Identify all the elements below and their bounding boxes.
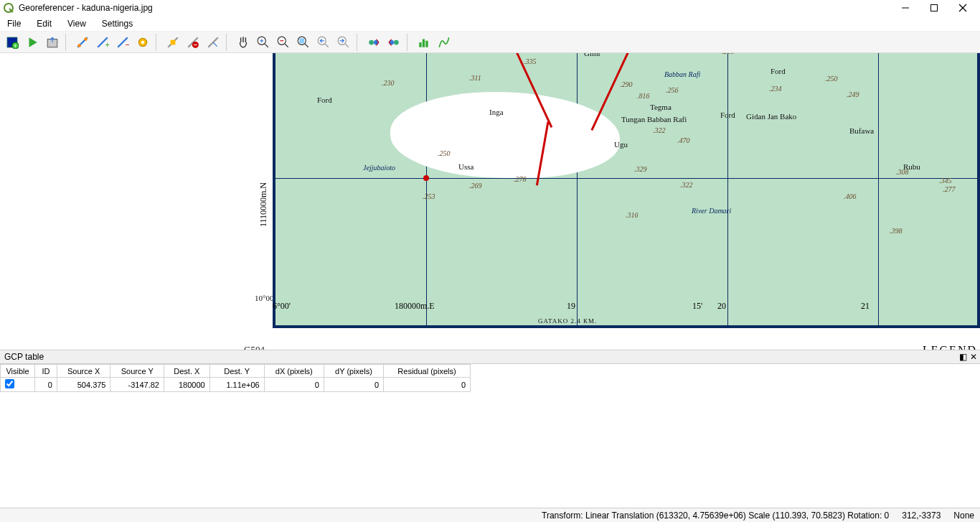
map-place-0: Ushama Duchi — [344, 53, 391, 54]
open-raster-icon[interactable]: + — [3, 33, 22, 52]
gcp-header-5[interactable]: Dest. Y — [209, 365, 264, 378]
map-num-16: .234 — [769, 85, 782, 93]
map-num-24: .277 — [943, 185, 956, 193]
map-place-2: Inga — [489, 108, 504, 116]
x-tick-4: 20 — [717, 301, 726, 312]
gcp-table-wrap: VisibleIDSource XSource YDest. XDest. Yd… — [0, 364, 980, 508]
map-place-9: Gidan Jan Bako — [746, 112, 796, 121]
legend-title: LEGEND — [705, 344, 977, 350]
map-num-17: .250 — [825, 75, 838, 83]
map-place-3: Ussa — [458, 162, 473, 171]
menu-view[interactable]: View — [65, 17, 89, 30]
gear-icon[interactable] — [133, 33, 152, 52]
close-panel-icon[interactable]: ✕ — [970, 352, 977, 362]
map-place-12: Ford — [771, 53, 786, 54]
map-place-13: Ford — [771, 67, 786, 75]
zoom-last-icon[interactable] — [314, 33, 333, 52]
qgis-icon — [3, 2, 14, 14]
map-place-10: Bufawa — [849, 126, 874, 135]
titlebar: Georeferencer - kaduna-nigeria.jpg — [0, 0, 980, 16]
gcp-panel-title: GCP table — [4, 352, 44, 362]
link-georef-icon[interactable] — [364, 33, 383, 52]
map-num-1: .230 — [382, 79, 395, 87]
gcp-visible-checkbox[interactable] — [5, 379, 14, 388]
status-crs: None — [953, 511, 974, 521]
map-legend: LEGEND Figures in red denote approximate… — [705, 344, 977, 350]
menu-settings[interactable]: Settings — [99, 17, 136, 30]
delete-point-icon[interactable]: − — [113, 33, 132, 52]
svg-point-33 — [389, 39, 394, 45]
remove-point-icon[interactable] — [184, 33, 202, 52]
cell-dx: 0 — [264, 378, 324, 392]
dock-icon[interactable]: ◧ — [959, 352, 967, 362]
gcp-header-6[interactable]: dX (pixels) — [264, 365, 324, 378]
minimize-button[interactable] — [891, 0, 920, 16]
window-title: Georeferencer - kaduna-nigeria.jpg — [19, 3, 891, 13]
map-place-5: Tegma — [650, 103, 672, 111]
gcp-header-3[interactable]: Source Y — [110, 365, 164, 378]
map-num-2: .311 — [469, 74, 481, 82]
edit-point-icon[interactable] — [204, 33, 222, 52]
svg-rect-35 — [419, 42, 421, 47]
add-point-icon[interactable]: + — [93, 33, 112, 52]
map-place-4: Gimi — [584, 53, 600, 57]
start-georef-icon[interactable] — [23, 33, 42, 52]
close-button[interactable] — [948, 0, 977, 16]
map-gatako-label: GATAKO 2.4 КМ. — [538, 317, 597, 325]
gcp-header-4[interactable]: Dest. X — [164, 365, 209, 378]
map-num-7: .290 — [620, 80, 633, 88]
stretch-icon[interactable] — [435, 33, 453, 52]
status-coord: 312,-3373 — [902, 511, 941, 521]
map-series-block: G504 Edition I-AMS, First Printing Prepa… — [244, 344, 760, 350]
zoom-layer-icon[interactable] — [294, 33, 313, 52]
svg-rect-28 — [299, 38, 304, 43]
gcp-header-1[interactable]: ID — [35, 365, 57, 378]
map-y-northing: 1110000m.N — [258, 182, 269, 227]
pan-icon[interactable] — [234, 33, 253, 52]
map-num-12: .329 — [634, 165, 647, 173]
x-tick-1: 180000m.E — [395, 301, 435, 312]
gcp-panel-header: GCP table ◧ ✕ — [0, 350, 980, 364]
gcp-header-0[interactable]: Visible — [1, 365, 35, 378]
menu-edit[interactable]: Edit — [34, 17, 55, 30]
status-transform: Transform: Linear Translation (613320, 4… — [542, 511, 889, 521]
zoom-in-icon[interactable] — [254, 33, 273, 52]
gcp-point-0[interactable] — [423, 175, 429, 181]
gcp-header-2[interactable]: Source X — [57, 365, 110, 378]
map-place-1: Ford — [317, 95, 332, 104]
maximize-button[interactable] — [920, 0, 948, 16]
histogram-icon[interactable] — [415, 33, 433, 52]
map-place-6: Ford — [720, 111, 735, 119]
menu-file[interactable]: File — [4, 17, 24, 30]
map-series: G504 — [244, 344, 760, 350]
transform-settings-icon[interactable] — [73, 33, 92, 52]
svg-point-31 — [369, 39, 374, 45]
map-num-4: .269 — [469, 182, 482, 190]
cell-dy: 0 — [324, 378, 383, 392]
map-num-21: .308 — [896, 168, 909, 176]
svg-rect-16 — [171, 39, 176, 45]
map-river-1: Babban Rafi — [664, 70, 700, 78]
export-icon[interactable] — [43, 33, 62, 52]
zoom-next-icon[interactable] — [334, 33, 353, 52]
link-qgis-icon[interactable] — [385, 33, 403, 52]
map-river-2: River Damari — [692, 207, 731, 215]
map-num-20: .398 — [890, 227, 903, 235]
move-point-icon[interactable] — [164, 33, 182, 52]
map-num-19: .406 — [844, 192, 857, 200]
map-place-8: Tungan Babban Rafi — [621, 115, 687, 123]
svg-line-27 — [305, 44, 308, 47]
map-num-14: .322 — [680, 181, 693, 189]
gcp-header-8[interactable]: Residual (pixels) — [384, 365, 471, 378]
gcp-table: VisibleIDSource XSource YDest. XDest. Yd… — [0, 364, 471, 392]
map-num-0: .335 — [524, 57, 537, 65]
map-inner: Ushama DuchiFordIngaUssaGimiTegmaFordUgu… — [273, 53, 980, 328]
map-canvas[interactable]: 1110000m.N 10°00' Ushama DuchiFordIngaUs… — [0, 53, 980, 350]
gcp-header-7[interactable]: dY (pixels) — [324, 365, 383, 378]
menubar: File Edit View Settings — [0, 16, 980, 32]
map-num-5: .278 — [514, 175, 527, 183]
table-row[interactable]: 0 504.375 -3147.82 180000 1.11e+06 0 0 0 — [1, 378, 471, 392]
map-place-7: Ugu — [614, 140, 628, 149]
svg-point-15 — [141, 40, 145, 44]
zoom-out-icon[interactable] — [274, 33, 293, 52]
